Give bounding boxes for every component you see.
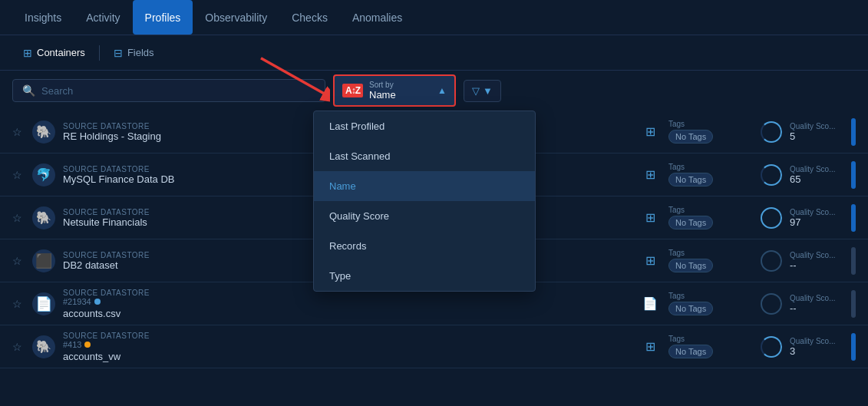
quality-score-area: Quality Sco... -- (790, 294, 843, 314)
tags-badge: No Tags (668, 173, 713, 186)
tags-label: Tags (668, 335, 753, 343)
subnav-divider (99, 45, 100, 61)
id-badge: #21934 (63, 297, 632, 306)
quality-score-area: Quality Sco... 65 (790, 165, 843, 185)
qs-label: Quality Sco... (790, 208, 843, 216)
toolbar: 🔍 A↕Z Sort by Name ▲ ▽ ▼ Last Profiled L… (0, 71, 868, 111)
table-icon-button[interactable]: ⊞ (639, 167, 661, 182)
tags-badge: No Tags (668, 302, 713, 315)
nav-insights[interactable]: Insights (12, 0, 74, 35)
tags-area: Tags No Tags (668, 335, 753, 358)
nav-anomalies[interactable]: Anomalies (340, 0, 414, 35)
dropdown-item-last-profiled[interactable]: Last Profiled (314, 111, 535, 141)
qs-value: 65 (790, 173, 843, 185)
tags-label: Tags (668, 249, 753, 257)
sort-button[interactable]: A↕Z Sort by Name ▲ (333, 74, 456, 107)
bookmark-icon: ☆ (12, 169, 25, 181)
table-icon-button[interactable]: ⊞ (639, 210, 661, 225)
bookmark-icon: ☆ (12, 255, 25, 267)
nav-activity[interactable]: Activity (74, 0, 132, 35)
quality-circle (761, 250, 782, 272)
bookmark-icon: ☆ (12, 126, 25, 138)
nav-profiles[interactable]: Profiles (133, 0, 193, 35)
tags-area: Tags No Tags (668, 120, 753, 144)
color-bar (851, 290, 856, 318)
tags-label: Tags (668, 163, 753, 171)
qs-value: 97 (790, 216, 843, 228)
db-icon: 🐬 (32, 163, 55, 186)
quality-circle (761, 336, 782, 358)
quality-score-area: Quality Sco... 97 (790, 208, 843, 228)
tags-label: Tags (668, 120, 753, 128)
dropdown-item-last-scanned[interactable]: Last Scanned (314, 141, 535, 171)
dropdown-item-records[interactable]: Records (314, 231, 535, 261)
bookmark-icon: ☆ (12, 298, 25, 310)
sort-icon: A↕Z (342, 84, 363, 97)
sort-value: Name (369, 89, 431, 101)
id-text: #413 (63, 340, 81, 349)
db-icon: 🐘 (32, 335, 55, 358)
row-info: Source Datastore #21934 accounts.csv (63, 289, 632, 319)
dropdown-item-type[interactable]: Type (314, 261, 535, 291)
row-info: Source Datastore #413 accounts_vw (63, 332, 632, 362)
table-icon-button[interactable]: 📄 (639, 296, 661, 311)
tags-label: Tags (668, 206, 753, 214)
id-badge: #413 (63, 340, 632, 349)
color-bar (851, 247, 856, 275)
tags-area: Tags No Tags (668, 249, 753, 272)
table-icon-button[interactable]: ⊞ (639, 124, 661, 139)
tags-badge: No Tags (668, 216, 713, 229)
tags-area: Tags No Tags (668, 206, 753, 229)
tags-badge: No Tags (668, 345, 713, 358)
filter-icon: ▽ (472, 85, 480, 97)
qs-value: 5 (790, 130, 843, 142)
bookmark-icon: ☆ (12, 341, 25, 353)
qs-label: Quality Sco... (790, 294, 843, 302)
color-bar (851, 118, 856, 146)
top-navigation: Insights Activity Profiles Observability… (0, 0, 868, 35)
qs-value: 3 (790, 345, 843, 357)
subnav-containers[interactable]: ⊞ Containers (12, 42, 96, 64)
search-icon: 🔍 (22, 84, 35, 97)
filter-chevron-icon: ▼ (483, 85, 493, 97)
quality-circle (761, 207, 782, 229)
quality-circle (761, 293, 782, 315)
chevron-up-icon: ▲ (437, 85, 447, 96)
db-icon: ⬛ (32, 249, 55, 272)
dropdown-item-name[interactable]: Name (314, 171, 535, 201)
row-type: Source Datastore (63, 332, 632, 340)
dropdown-item-quality-score[interactable]: Quality Score (314, 201, 535, 231)
qs-label: Quality Sco... (790, 337, 843, 345)
nav-observability[interactable]: Observability (193, 0, 279, 35)
table-icon-button[interactable]: ⊞ (639, 253, 661, 268)
row-name: accounts.csv (63, 308, 632, 319)
quality-score-area: Quality Sco... 3 (790, 337, 843, 357)
status-dot (94, 299, 101, 305)
qs-value: -- (790, 259, 843, 271)
db-icon: 📄 (32, 292, 55, 315)
row-name: accounts_vw (63, 351, 632, 362)
color-bar (851, 204, 856, 232)
tags-badge: No Tags (668, 130, 713, 144)
sort-label-area: Sort by Name (369, 81, 431, 101)
quality-score-area: Quality Sco... 5 (790, 122, 843, 142)
search-input[interactable] (41, 85, 315, 97)
status-dot (84, 342, 91, 348)
qs-label: Quality Sco... (790, 122, 843, 130)
subnav-fields[interactable]: ⊟ Fields (103, 42, 165, 64)
db-icon: 🐘 (32, 206, 55, 229)
search-box[interactable]: 🔍 (12, 79, 325, 102)
sub-navigation: ⊞ Containers ⊟ Fields (0, 35, 868, 71)
db-icon: 🐘 (32, 120, 55, 144)
qs-value: -- (790, 302, 843, 314)
id-text: #21934 (63, 297, 91, 306)
nav-checks[interactable]: Checks (279, 0, 340, 35)
quality-circle (761, 121, 782, 143)
filter-button[interactable]: ▽ ▼ (464, 80, 501, 102)
color-bar (851, 161, 856, 189)
tags-label: Tags (668, 292, 753, 300)
list-item[interactable]: ☆ 🐘 Source Datastore #413 accounts_vw ⊞ … (0, 325, 868, 368)
tags-area: Tags No Tags (668, 292, 753, 315)
table-icon-button[interactable]: ⊞ (639, 339, 661, 354)
containers-icon: ⊞ (23, 47, 32, 59)
